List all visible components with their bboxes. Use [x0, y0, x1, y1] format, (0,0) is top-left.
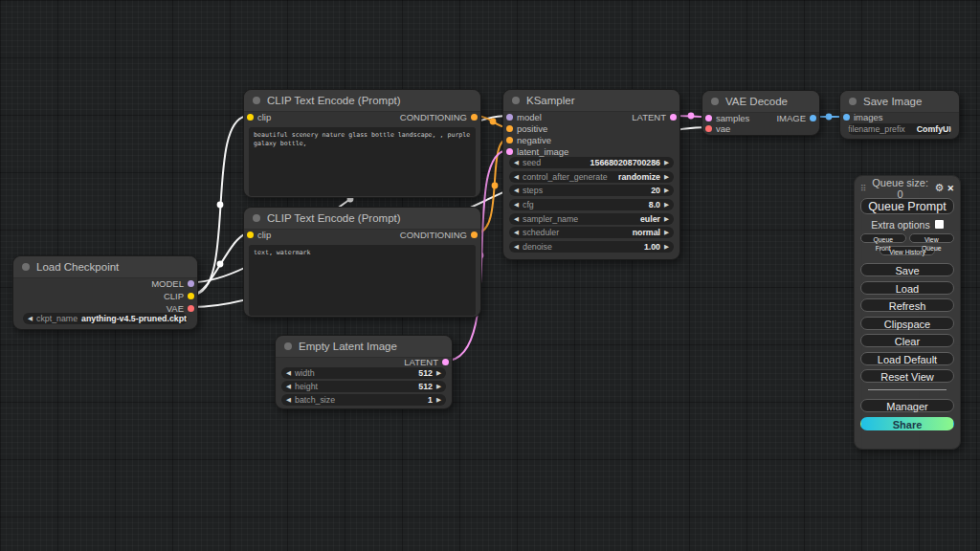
settings-gear-icon[interactable]: ⚙ — [935, 182, 945, 194]
vae-port[interactable] — [188, 305, 194, 312]
right-arrow-icon[interactable]: ▶ — [664, 187, 669, 194]
node-graph-canvas[interactable]: Load Checkpoint MODEL CLIP VAE ◀ ckpt_na… — [0, 0, 980, 551]
node-title-bar[interactable]: KSampler — [503, 90, 679, 112]
left-arrow-icon[interactable]: ◀ — [514, 173, 519, 181]
clip-text-encode-negative-node[interactable]: CLIP Text Encode (Prompt) clip CONDITION… — [243, 207, 481, 318]
left-arrow-icon[interactable]: ◀ — [286, 383, 291, 390]
load-button[interactable]: Load — [860, 281, 954, 295]
conditioning-port[interactable] — [506, 137, 513, 143]
output-slot-latent[interactable]: LATENT — [404, 356, 449, 367]
model-port[interactable] — [506, 114, 513, 121]
empty-latent-image-node[interactable]: Empty Latent Image LATENT ◀ width 512 ▶ … — [275, 335, 453, 409]
clip-port[interactable] — [247, 231, 254, 238]
right-arrow-icon[interactable]: ▶ — [436, 369, 441, 377]
output-slot-conditioning[interactable]: CONDITIONING — [400, 111, 478, 122]
input-slot-images[interactable]: images — [843, 111, 883, 122]
wire-clip-positive[interactable] — [192, 116, 249, 295]
drag-handle-icon[interactable]: ⠿ — [860, 184, 866, 193]
image-port[interactable] — [843, 114, 850, 121]
extra-options-checkbox[interactable] — [935, 220, 944, 229]
node-title-bar[interactable]: Empty Latent Image — [276, 336, 452, 358]
sampler-name-widget[interactable]: ◀ sampler_name euler ▶ — [509, 213, 674, 225]
model-port[interactable] — [188, 280, 194, 287]
output-slot-latent[interactable]: LATENT — [632, 111, 677, 122]
reset-view-button[interactable]: Reset View — [860, 369, 954, 383]
load-checkpoint-node[interactable]: Load Checkpoint MODEL CLIP VAE ◀ ckpt_na… — [12, 255, 198, 330]
vae-decode-node[interactable]: VAE Decode samples vae IMAGE — [702, 90, 820, 136]
seed-widget[interactable]: ◀ seed 156680208700286 ▶ — [509, 157, 674, 168]
collapse-dot-icon[interactable] — [253, 214, 260, 222]
save-button[interactable]: Save — [860, 263, 954, 276]
right-arrow-icon[interactable]: ▶ — [664, 201, 669, 209]
positive-prompt-textarea[interactable]: beautiful scenery nature glass bottle la… — [249, 127, 476, 196]
steps-widget[interactable]: ◀ steps 20 ▶ — [509, 185, 674, 196]
output-slot-model[interactable]: MODEL — [151, 277, 194, 289]
node-title-bar[interactable]: CLIP Text Encode (Prompt) — [244, 90, 480, 112]
latent-port[interactable] — [506, 148, 513, 155]
right-arrow-icon[interactable]: ▶ — [436, 396, 441, 404]
refresh-button[interactable]: Refresh — [860, 298, 954, 312]
queue-menu-panel[interactable]: ⠿ Queue size: 0 ⚙ ✕ Queue Prompt Extra o… — [854, 175, 961, 450]
node-title-bar[interactable]: Load Checkpoint — [13, 256, 197, 278]
height-widget[interactable]: ◀ height 512 ▶ — [281, 381, 446, 392]
queue-front-button[interactable]: Queue Front — [860, 233, 906, 243]
left-arrow-icon[interactable]: ◀ — [514, 201, 519, 209]
view-queue-button[interactable]: View Queue — [909, 233, 955, 243]
input-slot-vae[interactable]: vae — [705, 122, 730, 134]
clear-button[interactable]: Clear — [860, 334, 954, 347]
clipspace-button[interactable]: Clipspace — [860, 317, 954, 330]
latent-port[interactable] — [442, 359, 449, 365]
left-arrow-icon[interactable]: ◀ — [514, 215, 519, 223]
conditioning-port[interactable] — [471, 114, 478, 121]
collapse-dot-icon[interactable] — [849, 98, 857, 105]
left-arrow-icon[interactable]: ◀ — [514, 229, 519, 236]
node-title-bar[interactable]: Save Image — [840, 91, 959, 113]
collapse-dot-icon[interactable] — [284, 342, 292, 350]
share-button[interactable]: Share — [860, 417, 954, 430]
manager-button[interactable]: Manager — [860, 399, 954, 412]
collapse-dot-icon[interactable] — [711, 98, 719, 105]
input-slot-latent-image[interactable]: latent_image — [506, 145, 568, 157]
left-arrow-icon[interactable]: ◀ — [514, 187, 519, 194]
denoise-widget[interactable]: ◀ denoise 1.00 ▶ — [509, 241, 674, 253]
input-slot-clip[interactable]: clip — [247, 229, 271, 240]
input-slot-positive[interactable]: positive — [506, 122, 547, 134]
control-after-generate-widget[interactable]: ◀ control_after_generate randomize ▶ — [509, 171, 674, 183]
latent-port[interactable] — [670, 114, 677, 121]
wire-clip-negative[interactable] — [192, 233, 249, 295]
image-port[interactable] — [810, 115, 816, 121]
output-slot-clip[interactable]: CLIP — [164, 290, 194, 301]
output-slot-image[interactable]: IMAGE — [776, 112, 816, 123]
clip-port[interactable] — [247, 114, 254, 121]
output-slot-conditioning[interactable]: CONDITIONING — [400, 229, 478, 240]
left-arrow-icon[interactable]: ◀ — [514, 243, 519, 251]
collapse-dot-icon[interactable] — [512, 97, 520, 104]
left-arrow-icon[interactable]: ◀ — [286, 396, 291, 404]
close-icon[interactable]: ✕ — [947, 184, 954, 193]
collapse-dot-icon[interactable] — [22, 263, 30, 271]
load-default-button[interactable]: Load Default — [860, 352, 954, 365]
cfg-widget[interactable]: ◀ cfg 8.0 ▶ — [509, 199, 674, 210]
right-arrow-icon[interactable]: ▶ — [664, 159, 669, 166]
clip-text-encode-positive-node[interactable]: CLIP Text Encode (Prompt) clip CONDITION… — [243, 89, 481, 198]
node-title-bar[interactable]: CLIP Text Encode (Prompt) — [244, 208, 480, 230]
left-arrow-icon[interactable]: ◀ — [286, 369, 291, 377]
batch-size-widget[interactable]: ◀ batch_size 1 ▶ — [281, 394, 446, 406]
right-arrow-icon[interactable]: ▶ — [664, 243, 669, 251]
vae-port[interactable] — [705, 125, 712, 132]
node-title-bar[interactable]: VAE Decode — [702, 91, 819, 113]
clip-port[interactable] — [188, 293, 194, 299]
right-arrow-icon[interactable]: ▶ — [664, 173, 669, 181]
width-widget[interactable]: ◀ width 512 ▶ — [281, 367, 446, 379]
latent-port[interactable] — [705, 115, 712, 121]
ksampler-node[interactable]: KSampler model positive negative latent_… — [502, 89, 680, 260]
ckpt-name-widget[interactable]: ◀ ckpt_name anything-v4.5-pruned.ckpt ▶ — [23, 313, 188, 324]
scheduler-widget[interactable]: ◀ scheduler normal ▶ — [509, 227, 674, 238]
collapse-dot-icon[interactable] — [253, 97, 260, 104]
negative-prompt-textarea[interactable]: text, watermark — [249, 245, 476, 316]
right-arrow-icon[interactable]: ▶ — [664, 229, 669, 236]
input-slot-clip[interactable]: clip — [247, 111, 271, 122]
right-arrow-icon[interactable]: ▶ — [664, 215, 669, 223]
filename-prefix-widget[interactable]: filename_prefix ComfyUI — [848, 123, 951, 135]
queue-prompt-button[interactable]: Queue Prompt — [860, 198, 954, 214]
